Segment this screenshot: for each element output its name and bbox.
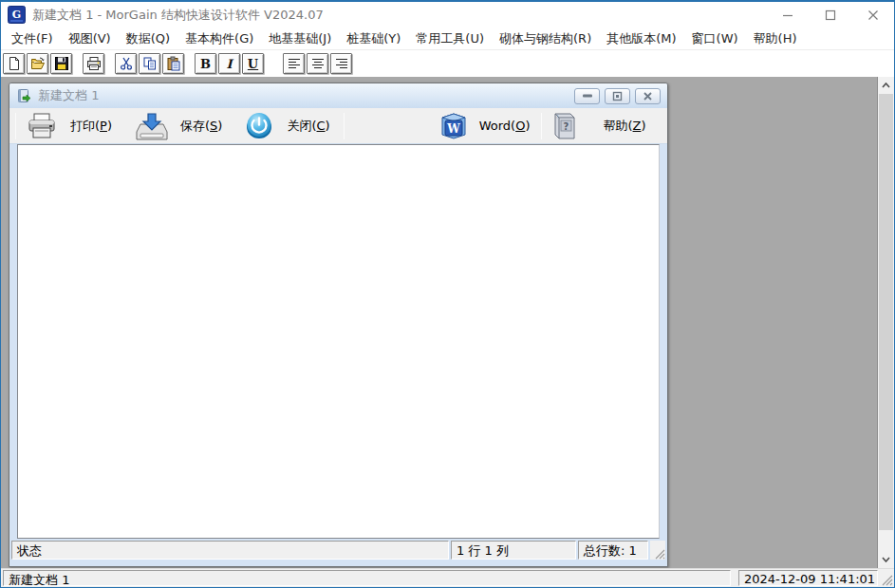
align-left-button[interactable] bbox=[283, 53, 305, 74]
titlebar: G 新建文档 1 - MorGain 结构快速设计软件 V2024.07 bbox=[1, 2, 894, 28]
statusbar-datetime: 2024-12-09 11:41:01 bbox=[738, 570, 878, 586]
cut-scissors-icon bbox=[119, 56, 134, 71]
document-icon bbox=[16, 88, 31, 103]
scrollbar-thumb[interactable] bbox=[879, 94, 893, 530]
mdi-client-area: 新建文档 1 bbox=[1, 77, 894, 568]
align-left-icon bbox=[288, 57, 301, 70]
status-total-lines-panel: 总行数: 1 bbox=[578, 541, 648, 560]
scroll-up-button[interactable] bbox=[879, 78, 893, 93]
minimize-button[interactable] bbox=[766, 2, 809, 28]
menu-view[interactable]: 视图(V) bbox=[61, 28, 119, 50]
italic-label: I bbox=[226, 58, 232, 70]
paste-button[interactable] bbox=[162, 53, 184, 74]
close-button[interactable] bbox=[851, 2, 894, 28]
scroll-down-icon bbox=[882, 557, 890, 562]
svg-text:?: ? bbox=[564, 120, 569, 131]
help-button-label[interactable]: 帮助(Z) bbox=[603, 118, 645, 135]
paste-clipboard-icon bbox=[166, 56, 181, 71]
window-resize-grip[interactable] bbox=[878, 570, 893, 586]
align-center-icon bbox=[311, 57, 325, 70]
statusbar-document-name: 新建文档 1 bbox=[3, 570, 731, 586]
scroll-down-button[interactable] bbox=[879, 552, 893, 567]
menubar: 文件(F) 视图(V) 数据(Q) 基本构件(G) 地基基础(J) 桩基础(Y)… bbox=[1, 28, 894, 50]
window-title: 新建文档 1 - MorGain 结构快速设计软件 V2024.07 bbox=[32, 7, 324, 24]
bold-label: B bbox=[200, 58, 211, 70]
close-icon bbox=[867, 9, 879, 21]
svg-text:G: G bbox=[12, 9, 21, 21]
child-window-title: 新建文档 1 bbox=[38, 87, 99, 104]
save-floppy-icon bbox=[54, 56, 69, 71]
resize-grip-icon bbox=[882, 575, 893, 586]
menu-foundation[interactable]: 地基基础(J) bbox=[261, 28, 339, 50]
close-button-label[interactable]: 关闭(C) bbox=[287, 118, 329, 135]
menu-other-versions[interactable]: 其他版本(M) bbox=[599, 28, 683, 50]
main-toolbar: B I U bbox=[1, 50, 894, 77]
menu-masonry-steel[interactable]: 砌体与钢结构(R) bbox=[492, 28, 599, 50]
underline-button[interactable]: U bbox=[242, 53, 264, 74]
morgain-logo-icon: G bbox=[8, 6, 26, 24]
open-folder-icon bbox=[30, 56, 46, 71]
italic-button[interactable]: I bbox=[218, 53, 240, 74]
save-button-label[interactable]: 保存(S) bbox=[180, 118, 222, 135]
underline-label: U bbox=[248, 58, 258, 70]
child-minimize-button[interactable] bbox=[574, 88, 600, 104]
copy-icon bbox=[142, 56, 158, 71]
menu-pile-foundation[interactable]: 桩基础(Y) bbox=[339, 28, 408, 50]
word-icon[interactable]: W bbox=[438, 111, 470, 141]
toolbar-separator bbox=[541, 113, 542, 139]
maximize-button[interactable] bbox=[809, 2, 851, 28]
save-button[interactable] bbox=[50, 53, 72, 74]
toolbar-separator bbox=[344, 113, 345, 139]
child-restore-button[interactable] bbox=[605, 88, 630, 104]
child-toolbar: 打印(P) 保存(S) bbox=[9, 108, 667, 144]
status-cursor-panel: 1 行 1 列 bbox=[451, 541, 576, 560]
menu-help[interactable]: 帮助(H) bbox=[746, 28, 805, 50]
mdi-vertical-scrollbar[interactable] bbox=[877, 77, 894, 568]
svg-text:?: ? bbox=[556, 114, 559, 119]
svg-text:W: W bbox=[446, 122, 460, 136]
word-button-label[interactable]: Word(O) bbox=[479, 119, 531, 133]
open-button[interactable] bbox=[27, 53, 48, 74]
power-close-icon[interactable] bbox=[243, 110, 275, 142]
print-button-label[interactable]: 打印(P) bbox=[70, 118, 112, 135]
align-right-button[interactable] bbox=[330, 53, 352, 74]
menu-window[interactable]: 窗口(W) bbox=[684, 28, 746, 50]
child-close-button[interactable] bbox=[635, 88, 661, 104]
print-icon bbox=[86, 56, 102, 71]
save-large-icon[interactable] bbox=[135, 111, 169, 141]
menu-data[interactable]: 数据(Q) bbox=[119, 28, 177, 50]
child-resize-grip[interactable] bbox=[650, 541, 665, 560]
print-button[interactable] bbox=[83, 53, 104, 74]
menu-basic-members[interactable]: 基本构件(G) bbox=[177, 28, 261, 50]
main-statusbar: 新建文档 1 2024-12-09 11:41:01 bbox=[1, 568, 894, 587]
help-book-icon[interactable]: ? ? bbox=[550, 111, 578, 141]
child-document-window: 新建文档 1 bbox=[9, 83, 668, 567]
main-window: G 新建文档 1 - MorGain 结构快速设计软件 V2024.07 文件(… bbox=[0, 0, 895, 588]
child-minimize-icon bbox=[582, 92, 593, 100]
child-titlebar: 新建文档 1 bbox=[9, 83, 667, 108]
child-restore-icon bbox=[612, 91, 623, 101]
child-close-icon bbox=[643, 91, 653, 101]
cut-button[interactable] bbox=[115, 53, 137, 74]
bold-button[interactable]: B bbox=[195, 53, 216, 74]
document-edit-area[interactable] bbox=[17, 144, 660, 539]
menu-common-tools[interactable]: 常用工具(U) bbox=[408, 28, 492, 50]
new-document-icon bbox=[7, 56, 22, 71]
align-right-icon bbox=[335, 57, 348, 70]
minimize-icon bbox=[782, 9, 793, 21]
resize-grip-icon bbox=[655, 549, 665, 560]
new-document-button[interactable] bbox=[3, 53, 25, 74]
print-large-icon[interactable] bbox=[27, 112, 57, 140]
align-center-button[interactable] bbox=[307, 53, 328, 74]
status-state-panel: 状态 bbox=[11, 541, 449, 560]
toolbar-separator bbox=[15, 113, 16, 139]
copy-button[interactable] bbox=[139, 53, 160, 74]
menu-file[interactable]: 文件(F) bbox=[4, 28, 61, 50]
child-statusbar: 状态 1 行 1 列 总行数: 1 bbox=[11, 541, 665, 560]
scroll-up-icon bbox=[882, 83, 890, 88]
maximize-icon bbox=[825, 9, 836, 21]
